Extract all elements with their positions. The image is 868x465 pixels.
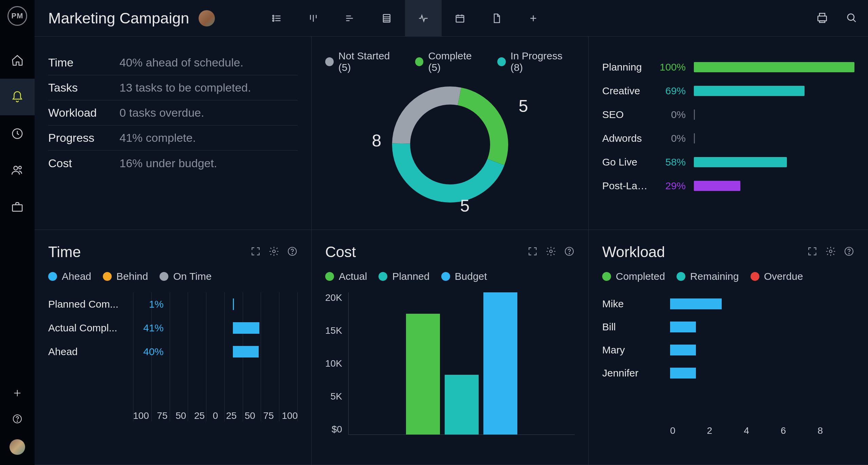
- info-button[interactable]: [287, 246, 298, 258]
- settings-button[interactable]: [546, 246, 556, 258]
- nav-recent[interactable]: [0, 115, 35, 152]
- cost-plot: [348, 292, 575, 435]
- workload-bar-zone: [670, 345, 854, 355]
- workload-legend: Completed Remaining Overdue: [602, 271, 854, 282]
- cost-chart[interactable]: 20K15K10K5K$0: [325, 292, 575, 435]
- workload-chart[interactable]: MikeBillMaryJennifer 02468: [602, 292, 854, 436]
- legend-item[interactable]: On Time: [160, 271, 211, 282]
- legend-label: Not Started (5): [338, 50, 402, 73]
- view-files[interactable]: [478, 0, 515, 37]
- time-row-label: Ahead: [48, 346, 130, 357]
- nav-help[interactable]: [12, 413, 23, 426]
- time-axis: 1007550250255075100: [48, 410, 298, 421]
- donut-value-complete: 5: [460, 196, 470, 216]
- donut-chart[interactable]: 5 5 8: [386, 80, 515, 209]
- nav-portfolio[interactable]: [0, 189, 35, 225]
- settings-button[interactable]: [825, 246, 836, 258]
- axis-tick: 4: [744, 425, 781, 436]
- progress-row[interactable]: Go Live58%: [602, 150, 854, 174]
- expand-button[interactable]: [527, 246, 538, 258]
- project-owner-avatar[interactable]: [199, 10, 215, 26]
- gear-icon: [546, 246, 556, 257]
- svg-rect-3: [13, 205, 22, 211]
- expand-button[interactable]: [807, 246, 818, 258]
- view-sheet[interactable]: [368, 0, 405, 37]
- nav-add[interactable]: [12, 388, 23, 400]
- axis-tick: 0: [670, 425, 707, 436]
- clock-icon: [11, 127, 24, 140]
- workload-row: Mary: [602, 338, 854, 362]
- progress-row[interactable]: Post-Lau...29%: [602, 174, 854, 198]
- legend-item[interactable]: Complete (5): [415, 50, 484, 73]
- view-dashboard[interactable]: [405, 0, 442, 37]
- view-gantt[interactable]: [332, 0, 368, 37]
- view-add[interactable]: [515, 0, 552, 37]
- progress-fill: [694, 62, 854, 72]
- progress-track: [694, 62, 854, 72]
- workload-row: Jennifer: [602, 362, 854, 385]
- legend-label: Ahead: [62, 271, 91, 282]
- view-list[interactable]: [258, 0, 295, 37]
- expand-icon: [250, 246, 261, 257]
- legend-item[interactable]: Behind: [103, 271, 148, 282]
- svg-point-16: [273, 250, 275, 253]
- legend-label: Planned: [392, 271, 429, 282]
- axis-tick: 75: [263, 410, 274, 421]
- settings-button[interactable]: [269, 246, 279, 258]
- search-button[interactable]: [845, 11, 858, 25]
- view-board[interactable]: [295, 0, 332, 37]
- project-title: Marketing Campaign: [48, 9, 189, 27]
- gear-icon: [825, 246, 836, 257]
- main-area: Marketing Campaign Time40% ahead of sche…: [35, 0, 868, 465]
- progress-row[interactable]: Adwords0%: [602, 127, 854, 150]
- legend-item[interactable]: Budget: [441, 271, 487, 282]
- workload-bar-zone: [670, 298, 854, 309]
- help-icon: [287, 246, 298, 257]
- legend-item[interactable]: Overdue: [751, 271, 803, 282]
- legend-item[interactable]: Remaining: [677, 271, 739, 282]
- donut-value-inprogress: 8: [372, 131, 382, 151]
- svg-point-22: [829, 250, 832, 253]
- user-avatar-rail[interactable]: [10, 439, 25, 455]
- legend-item[interactable]: Completed: [602, 271, 665, 282]
- progress-row[interactable]: SEO0%: [602, 103, 854, 127]
- nav-team[interactable]: [0, 152, 35, 189]
- home-icon: [11, 54, 24, 67]
- nav-notifications[interactable]: [0, 79, 35, 115]
- legend-item[interactable]: Ahead: [48, 271, 91, 282]
- legend-item[interactable]: Planned: [378, 271, 429, 282]
- workload-bar: [670, 368, 696, 379]
- progress-label: Post-Lau...: [602, 180, 650, 192]
- app-logo[interactable]: PM: [7, 6, 27, 26]
- legend-dot: [677, 272, 685, 281]
- time-row: Planned Com...1%: [48, 292, 298, 316]
- progress-label: Planning: [602, 61, 650, 73]
- legend-item[interactable]: Not Started (5): [325, 50, 402, 73]
- legend-label: Actual: [339, 271, 367, 282]
- donut-legend: Not Started (5) Complete (5) In Progress…: [325, 50, 575, 73]
- progress-row[interactable]: Planning100%: [602, 55, 854, 79]
- time-chart[interactable]: Planned Com...1%Actual Compl...41%Ahead4…: [48, 292, 298, 421]
- nav-home[interactable]: [0, 42, 35, 79]
- expand-button[interactable]: [250, 246, 261, 258]
- axis-tick: 5K: [331, 391, 342, 402]
- print-button[interactable]: [816, 11, 829, 25]
- info-button[interactable]: [844, 246, 854, 258]
- progress-percent: 0%: [658, 133, 686, 144]
- legend-item[interactable]: Actual: [325, 271, 367, 282]
- help-icon: [844, 246, 854, 257]
- progress-row[interactable]: Creative69%: [602, 79, 854, 103]
- view-calendar[interactable]: [442, 0, 478, 37]
- legend-dot: [497, 57, 506, 66]
- summary-key: Cost: [48, 157, 119, 170]
- panel-title: Time: [48, 244, 81, 260]
- time-row-label: Planned Com...: [48, 298, 130, 310]
- info-button[interactable]: [564, 246, 575, 258]
- summary-value: 40% ahead of schedule.: [119, 56, 243, 69]
- time-bar: [233, 322, 260, 334]
- legend-item[interactable]: In Progress (8): [497, 50, 575, 73]
- svg-point-24: [849, 253, 849, 254]
- axis-tick: 50: [245, 410, 255, 421]
- time-bar-zone: [168, 298, 298, 310]
- summary-row: Tasks13 tasks to be completed.: [48, 75, 298, 100]
